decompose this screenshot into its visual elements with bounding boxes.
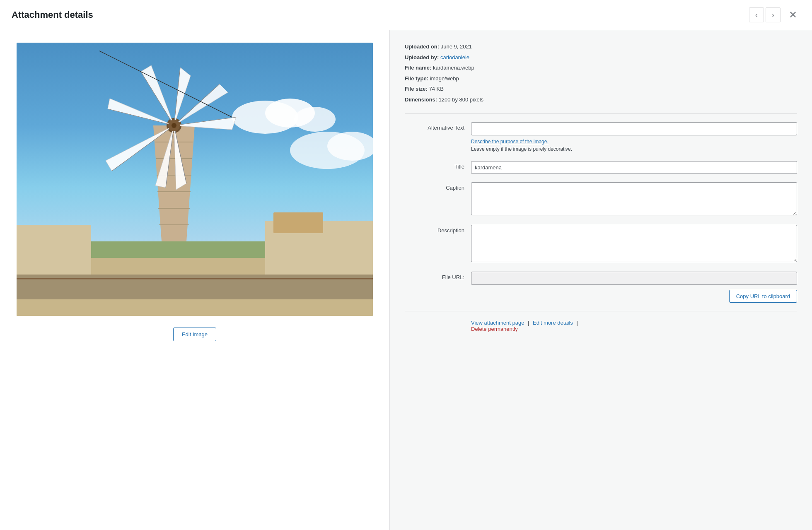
file-url-wrap [471,272,797,285]
file-size-row: File size: 74 KB [405,85,797,93]
title-input[interactable] [471,161,797,174]
caption-group: Caption [405,182,797,217]
modal-header: Attachment details ‹ › ✕ [0,0,812,30]
details-panel: Uploaded on: June 9, 2021 Uploaded by: c… [390,30,812,530]
alt-text-input[interactable] [471,122,797,135]
file-size-value: 74 KB [429,86,444,92]
file-name-value: kardamena.webp [433,65,474,71]
file-name-row: File name: kardamena.webp [405,64,797,72]
file-url-label: File URL: [405,272,471,280]
dimensions-label: Dimensions: [405,96,437,103]
uploaded-by-link[interactable]: carlodaniele [440,54,469,60]
file-type-row: File type: image/webp [405,75,797,83]
edit-more-details-link[interactable]: Edit more details [533,320,573,326]
divider-2 [405,311,797,311]
separator-2: | [577,320,578,326]
modal-body: Edit Image Uploaded on: June 9, 2021 Upl… [0,30,812,530]
svg-point-38 [172,123,176,128]
title-label: Title [405,161,471,170]
svg-rect-9 [17,225,91,275]
header-navigation: ‹ › ✕ [749,7,800,22]
alt-text-wrap: Describe the purpose of the image. Leave… [471,122,797,153]
file-size-label: File size: [405,86,428,92]
file-metadata: Uploaded on: June 9, 2021 Uploaded by: c… [405,43,797,104]
file-type-value: image/webp [430,75,459,82]
alt-text-label: Alternative Text [405,122,471,131]
title-wrap [471,161,797,174]
title-group: Title [405,161,797,174]
attachment-details-modal: Attachment details ‹ › ✕ [0,0,812,530]
copy-url-button[interactable]: Copy URL to clipboard [729,290,797,303]
alt-text-help: Describe the purpose of the image. Leave… [471,138,797,153]
image-panel: Edit Image [0,30,390,530]
image-container [17,43,373,316]
caption-label: Caption [405,182,471,191]
description-group: Description [405,225,797,263]
divider [405,113,797,114]
uploaded-by-label: Uploaded by: [405,54,439,60]
edit-image-button[interactable]: Edit Image [173,328,216,341]
next-button[interactable]: › [766,7,781,22]
uploaded-by-row: Uploaded by: carlodaniele [405,53,797,62]
alt-text-help2: Leave empty if the image is purely decor… [471,146,572,152]
delete-permanently-link[interactable]: Delete permanently [471,326,518,332]
caption-input[interactable] [471,182,797,215]
close-button[interactable]: ✕ [785,7,800,22]
svg-rect-11 [273,212,323,233]
description-label: Description [405,225,471,234]
caption-wrap [471,182,797,217]
file-url-group: File URL: [405,272,797,285]
description-input[interactable] [471,225,797,262]
copy-url-wrap: Copy URL to clipboard [471,290,797,303]
alt-text-group: Alternative Text Describe the purpose of… [405,122,797,153]
uploaded-on-value: June 9, 2021 [441,43,472,50]
file-type-label: File type: [405,75,428,82]
uploaded-on-row: Uploaded on: June 9, 2021 [405,43,797,51]
file-name-label: File name: [405,65,431,71]
dimensions-value: 1200 by 800 pixels [439,96,483,103]
dimensions-row: Dimensions: 1200 by 800 pixels [405,96,797,104]
prev-button[interactable]: ‹ [749,7,764,22]
file-url-input[interactable] [471,272,797,285]
modal-title: Attachment details [12,10,93,20]
svg-point-3 [294,107,336,132]
alt-text-link[interactable]: Describe the purpose of the image. [471,139,549,145]
footer-links: View attachment page | Edit more details… [471,320,797,332]
separator-1: | [528,320,529,326]
image-preview [17,43,373,316]
uploaded-on-label: Uploaded on: [405,43,439,50]
description-wrap [471,225,797,263]
view-attachment-link[interactable]: View attachment page [471,320,524,326]
